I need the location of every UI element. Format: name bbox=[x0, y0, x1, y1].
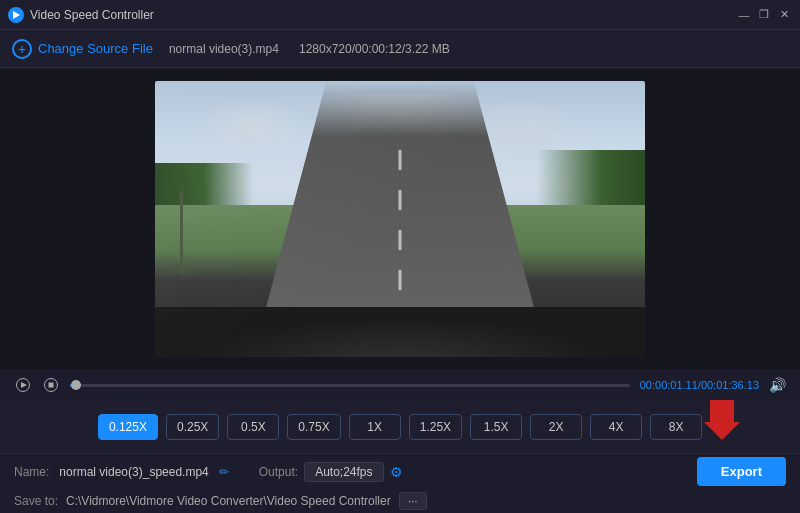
save-label: Save to: bbox=[14, 494, 58, 508]
main-wrapper: 00:00:01.11/00:01:36.13 🔊 0.125X0.25X0.5… bbox=[0, 68, 800, 513]
add-circle-icon: + bbox=[12, 39, 32, 59]
svg-marker-5 bbox=[704, 400, 740, 440]
export-arrow-indicator bbox=[704, 400, 740, 445]
bottom-bar: Name: normal video(3)_speed.mp4 ✏ Output… bbox=[0, 453, 800, 513]
gear-icon[interactable]: ⚙ bbox=[390, 464, 403, 480]
speed-panel: 0.125X0.25X0.5X0.75X1X1.25X1.5X2X4X8X bbox=[0, 401, 800, 453]
save-path: C:\Vidmore\Vidmore Video Converter\Video… bbox=[66, 494, 391, 508]
file-info: normal video(3).mp4 1280x720/00:00:12/3.… bbox=[169, 42, 450, 56]
svg-marker-0 bbox=[13, 11, 20, 19]
speed-button-8X[interactable]: 8X bbox=[650, 414, 702, 440]
app-icon bbox=[8, 7, 24, 23]
progress-thumb bbox=[71, 380, 81, 390]
app-title: Video Speed Controller bbox=[30, 8, 154, 22]
speed-button-1X[interactable]: 1X bbox=[349, 414, 401, 440]
bottom-row1: Name: normal video(3)_speed.mp4 ✏ Output… bbox=[14, 457, 786, 486]
window-controls: — ❐ ✕ bbox=[736, 7, 792, 23]
name-label: Name: bbox=[14, 465, 49, 479]
volume-icon[interactable]: 🔊 bbox=[769, 377, 786, 393]
speed-button-0125X[interactable]: 0.125X bbox=[98, 414, 158, 440]
video-preview[interactable] bbox=[155, 81, 645, 357]
name-value: normal video(3)_speed.mp4 bbox=[59, 465, 208, 479]
main-content: 00:00:01.11/00:01:36.13 🔊 0.125X0.25X0.5… bbox=[0, 68, 800, 513]
speed-button-15X[interactable]: 1.5X bbox=[470, 414, 522, 440]
speed-button-075X[interactable]: 0.75X bbox=[287, 414, 340, 440]
restore-button[interactable]: ❐ bbox=[756, 7, 772, 23]
time-display: 00:00:01.11/00:01:36.13 bbox=[640, 379, 759, 391]
bottom-row2: Save to: C:\Vidmore\Vidmore Video Conver… bbox=[14, 492, 786, 510]
speed-button-025X[interactable]: 0.25X bbox=[166, 414, 219, 440]
speed-button-4X[interactable]: 4X bbox=[590, 414, 642, 440]
edit-icon[interactable]: ✏ bbox=[219, 465, 229, 479]
file-name: normal video(3).mp4 bbox=[169, 42, 279, 56]
toolbar: + Change Source File normal video(3).mp4… bbox=[0, 30, 800, 68]
change-source-button[interactable]: + Change Source File bbox=[12, 39, 153, 59]
export-button[interactable]: Export bbox=[697, 457, 786, 486]
playback-bar: 00:00:01.11/00:01:36.13 🔊 bbox=[0, 369, 800, 401]
browse-button[interactable]: ··· bbox=[399, 492, 427, 510]
change-source-label: Change Source File bbox=[38, 41, 153, 56]
minimize-button[interactable]: — bbox=[736, 7, 752, 23]
output-label: Output: bbox=[259, 465, 298, 479]
title-bar-left: Video Speed Controller bbox=[8, 7, 154, 23]
speed-button-2X[interactable]: 2X bbox=[530, 414, 582, 440]
output-value: Auto;24fps bbox=[304, 462, 383, 482]
play-button[interactable] bbox=[14, 376, 32, 394]
speed-button-05X[interactable]: 0.5X bbox=[227, 414, 279, 440]
svg-rect-4 bbox=[49, 383, 54, 388]
file-details: 1280x720/00:00:12/3.22 MB bbox=[299, 42, 450, 56]
progress-bar[interactable] bbox=[70, 384, 630, 387]
title-bar: Video Speed Controller — ❐ ✕ bbox=[0, 0, 800, 30]
video-area bbox=[0, 68, 800, 369]
stop-button[interactable] bbox=[42, 376, 60, 394]
close-button[interactable]: ✕ bbox=[776, 7, 792, 23]
speed-button-125X[interactable]: 1.25X bbox=[409, 414, 462, 440]
windshield-glare bbox=[155, 81, 645, 357]
svg-marker-2 bbox=[21, 382, 27, 388]
output-section: Output: Auto;24fps ⚙ bbox=[259, 462, 403, 482]
